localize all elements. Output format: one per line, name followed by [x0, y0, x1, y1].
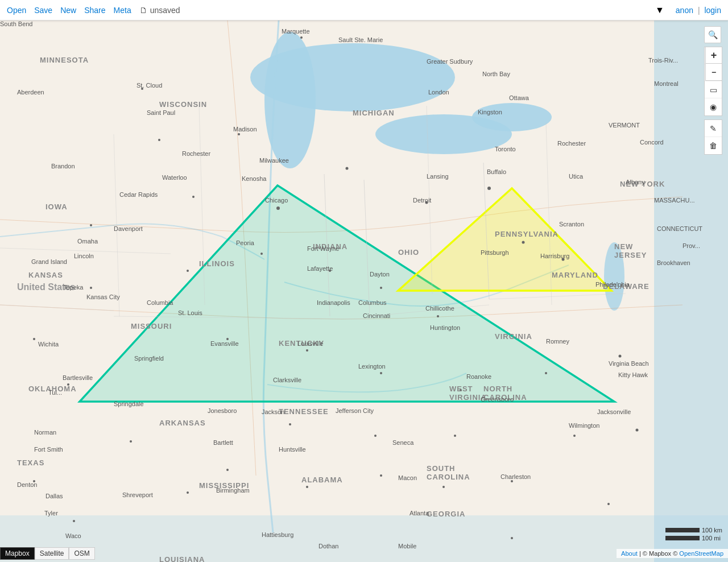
- scale-mi: 100 mi: [665, 535, 722, 542]
- zoom-controls: + −: [705, 47, 722, 81]
- trash-tool-button[interactable]: 🗑: [705, 137, 722, 154]
- user-link[interactable]: anon: [676, 6, 693, 15]
- user-auth-area: anon | login: [676, 6, 721, 15]
- basemap-osm-button[interactable]: OSM: [69, 547, 94, 560]
- svg-point-31: [380, 287, 382, 289]
- svg-point-44: [226, 469, 229, 471]
- attribution-separator2: ©: [673, 550, 679, 557]
- svg-point-23: [346, 167, 349, 170]
- scale-km: 100 km: [665, 527, 722, 534]
- pin-tool-button[interactable]: ◉: [705, 98, 722, 115]
- attribution-bar: About | © Mapbox © OpenStreetMap: [617, 549, 728, 558]
- svg-point-50: [511, 537, 513, 539]
- svg-point-49: [573, 435, 576, 437]
- svg-point-58: [33, 338, 35, 340]
- about-link[interactable]: About: [621, 550, 638, 557]
- login-link[interactable]: login: [704, 6, 721, 15]
- svg-point-63: [73, 520, 75, 522]
- scale-km-label: 100 km: [702, 527, 722, 534]
- scale-km-line: [665, 528, 700, 532]
- svg-point-34: [226, 338, 229, 340]
- scale-mi-line: [665, 536, 700, 540]
- search-tool-button[interactable]: 🔍: [704, 26, 721, 43]
- basemap-buttons: Mapbox Satellite OSM: [0, 547, 95, 560]
- tool-group-edit: ✎ 🗑: [704, 119, 722, 155]
- svg-point-22: [276, 206, 280, 210]
- basemap-satellite-button[interactable]: Satellite: [35, 547, 69, 560]
- svg-point-61: [187, 491, 189, 494]
- svg-point-48: [511, 480, 513, 482]
- svg-point-51: [607, 503, 610, 505]
- svg-point-60: [130, 440, 132, 443]
- new-button[interactable]: New: [60, 6, 76, 15]
- svg-point-30: [329, 270, 331, 272]
- scale-mi-label: 100 mi: [702, 535, 721, 542]
- svg-point-52: [636, 429, 639, 432]
- save-button[interactable]: Save: [34, 6, 52, 15]
- svg-point-57: [90, 287, 92, 289]
- svg-point-33: [187, 270, 189, 272]
- svg-point-43: [454, 435, 456, 437]
- svg-point-39: [619, 355, 622, 358]
- map[interactable]: MINNESOTA WISCONSIN MICHIGAN IOWA ILLINO…: [0, 20, 728, 562]
- zoom-in-button[interactable]: +: [705, 47, 722, 64]
- svg-point-62: [33, 480, 35, 482]
- svg-point-26: [192, 196, 195, 198]
- svg-point-59: [67, 383, 69, 386]
- open-button[interactable]: Open: [7, 6, 26, 15]
- map-tools-panel: 🔍 ✏ ⬡ ▭ ◉ ✎ 🗑: [704, 26, 722, 155]
- svg-point-28: [522, 241, 525, 244]
- svg-point-27: [487, 187, 491, 190]
- attribution-mapbox: © Mapbox: [643, 550, 671, 557]
- svg-point-38: [545, 372, 547, 374]
- svg-point-25: [158, 139, 160, 141]
- toolbar: Open Save New Share Meta 🗋 unsaved ▼ ano…: [0, 0, 728, 20]
- doc-icon: 🗋: [139, 6, 147, 15]
- meta-button[interactable]: Meta: [114, 6, 131, 15]
- unsaved-status: 🗋 unsaved: [139, 6, 180, 15]
- bottom-bar: Mapbox Satellite OSM About | © Mapbox © …: [0, 545, 728, 562]
- svg-point-56: [90, 224, 92, 226]
- svg-point-54: [300, 36, 303, 39]
- svg-point-29: [562, 258, 565, 261]
- svg-point-55: [238, 133, 240, 135]
- separator: |: [698, 6, 700, 15]
- svg-point-32: [260, 253, 263, 255]
- share-button[interactable]: Share: [84, 6, 105, 15]
- svg-point-24: [425, 201, 428, 204]
- svg-point-37: [460, 389, 462, 391]
- basemap-mapbox-button[interactable]: Mapbox: [0, 547, 35, 560]
- svg-point-42: [374, 435, 377, 437]
- svg-point-40: [437, 315, 439, 317]
- svg-point-47: [442, 486, 445, 488]
- zoom-out-button[interactable]: −: [705, 64, 722, 81]
- svg-point-36: [380, 372, 382, 374]
- edit-tool-button[interactable]: ✎: [705, 120, 722, 137]
- svg-point-53: [141, 88, 143, 90]
- svg-point-35: [306, 349, 308, 352]
- svg-point-45: [306, 486, 308, 488]
- attribution-osm-link[interactable]: OpenStreetMap: [679, 550, 723, 557]
- dropdown-button[interactable]: ▼: [655, 5, 664, 15]
- svg-point-41: [289, 423, 291, 425]
- scale-bar: 100 km 100 mi: [665, 527, 722, 543]
- square-tool-button[interactable]: ▭: [705, 81, 722, 98]
- svg-point-46: [380, 474, 382, 477]
